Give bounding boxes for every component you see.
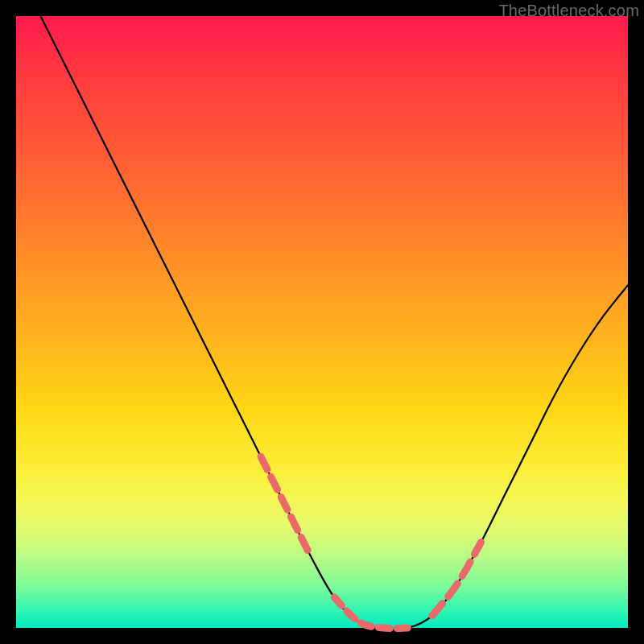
plot-area [16, 16, 628, 628]
bottleneck-curve-path [40, 16, 628, 629]
highlight-dashes-left [261, 456, 310, 555]
highlight-dashes-mid [334, 597, 407, 629]
chart-frame: TheBottleneck.com [0, 0, 644, 644]
curve-svg [16, 16, 628, 628]
highlight-dashes-right [432, 543, 481, 616]
